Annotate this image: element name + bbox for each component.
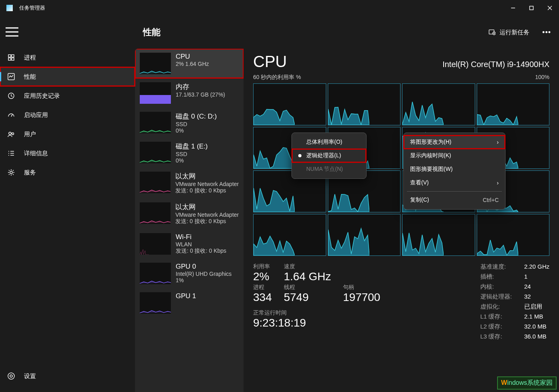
mini-3[interactable]: 磁盘 1 (E:)SSD0% (135, 138, 244, 168)
window-title: 任务管理器 (19, 4, 45, 12)
menu-item-1[interactable]: 显示内核时间(K) (404, 149, 505, 162)
submenu-item-2: NUMA 节点(N) (292, 162, 366, 176)
app-icon (6, 5, 13, 11)
svg-rect-7 (8, 55, 11, 57)
nav-label: 进程 (24, 54, 36, 61)
meta-l1-v: 2.1 MB (524, 313, 549, 321)
list-icon (7, 149, 15, 157)
menu-item-0[interactable]: 将图形更改为(H)› (404, 135, 505, 149)
speed-icon (7, 111, 15, 119)
nav-list[interactable]: 详细信息 (0, 144, 135, 163)
menu-item-3[interactable]: 查看(V)› (404, 176, 505, 190)
settings-nav[interactable]: 设置 (0, 366, 135, 386)
cpu-cell-0 (253, 83, 326, 125)
svg-point-24 (8, 373, 14, 379)
svg-rect-1 (530, 6, 533, 10)
mini-7[interactable]: GPU 0Intel(R) UHD Graphics1% (135, 259, 244, 288)
menu-item-2[interactable]: 图形摘要视图(W) (404, 162, 505, 176)
cpu-cell-14 (402, 214, 475, 256)
util-axis-label: 60 秒内的利用率 % (253, 74, 301, 81)
mini-6[interactable]: Wi-FiWLAN发送: 0 接收: 0 Kbps (135, 229, 244, 259)
run-new-task-label: 运行新任务 (500, 29, 529, 36)
svg-marker-33 (254, 147, 295, 168)
uptime-value: 9:23:18:19 (253, 317, 380, 329)
mini-8[interactable]: GPU 1 (135, 288, 244, 318)
speed-label: 速度 (284, 263, 331, 270)
hnd-label: 句柄 (343, 284, 380, 291)
meta-l2-v: 32.0 MB (524, 323, 549, 331)
cpu-cell-1 (328, 83, 401, 125)
proc-value: 334 (253, 291, 272, 304)
nav-label: 启动应用 (24, 111, 48, 119)
page-title: 性能 (143, 26, 161, 38)
speed-value: 1.64 GHz (284, 270, 331, 283)
minimize-button[interactable] (504, 0, 522, 16)
nav-label: 用户 (24, 131, 36, 138)
svg-marker-30 (328, 107, 369, 125)
meta-sock-k: 插槽: (480, 273, 524, 281)
header: 性能 运行新任务 ••• (135, 16, 559, 49)
cpu-cell-12 (253, 214, 326, 256)
nav-users[interactable]: 用户 (0, 125, 135, 144)
hnd-value: 197700 (343, 291, 380, 304)
uptime-label: 正常运行时间 (253, 309, 380, 317)
nav-label: 应用历史记录 (24, 92, 60, 100)
cpu-context-menu: 将图形更改为(H)›显示内核时间(K)图形摘要视图(W)查看(V)›复制(C)C… (403, 133, 505, 210)
cpu-model: Intel(R) Core(TM) i9-14900HX (442, 60, 549, 69)
meta-core-v: 24 (524, 283, 549, 291)
mini-5[interactable]: 以太网VMware Network Adapter发送: 0 接收: 0 Kbp… (135, 198, 244, 229)
maximize-button[interactable] (522, 0, 541, 16)
thr-label: 线程 (284, 284, 331, 291)
svg-point-14 (9, 132, 11, 135)
svg-point-22 (10, 171, 12, 174)
users-icon (7, 130, 15, 138)
nav-label: 性能 (24, 73, 36, 81)
nav-perf[interactable]: 性能 (0, 67, 135, 86)
run-new-task-button[interactable]: 运行新任务 (484, 25, 534, 40)
svg-marker-41 (254, 236, 295, 255)
close-button[interactable] (541, 0, 559, 16)
svg-rect-8 (12, 55, 14, 57)
nav-history[interactable]: 应用历史记录 (0, 86, 135, 105)
submenu-item-1[interactable]: 逻辑处理器(L) (292, 149, 366, 162)
meta-l3-v: 36.0 MB (524, 333, 549, 341)
meta-l3-k: L3 缓存: (480, 333, 524, 341)
nav-label: 详细信息 (24, 150, 48, 157)
nav-label: 服务 (24, 169, 36, 176)
graph-type-submenu: 总体利用率(O)逻辑处理器(L)NUMA 节点(N) (291, 133, 367, 179)
meta-lp-v: 32 (524, 293, 549, 301)
svg-line-13 (11, 115, 12, 117)
nav-gear[interactable]: 服务 (0, 163, 135, 182)
meta-base-v: 2.20 GHz (524, 263, 549, 271)
history-icon (7, 92, 15, 100)
mini-1[interactable]: 内存17.1/63.7 GB (27%) (135, 78, 244, 108)
meta-sock-v: 1 (524, 273, 549, 281)
nav-grid[interactable]: 进程 (0, 48, 135, 67)
meta-l2-k: L2 缓存: (480, 323, 524, 331)
meta-core-k: 内核: (480, 283, 524, 291)
mini-2[interactable]: 磁盘 0 (C: D:)SSD0% (135, 108, 244, 138)
meta-base-k: 基准速度: (480, 263, 524, 271)
util-label: 利用率 (253, 263, 272, 270)
meta-l1-k: L1 缓存: (480, 313, 524, 321)
submenu-item-0[interactable]: 总体利用率(O) (292, 135, 366, 149)
svg-point-15 (12, 133, 14, 135)
more-button[interactable]: ••• (542, 28, 551, 37)
nav-speed[interactable]: 启动应用 (0, 105, 135, 125)
watermark: Windows系统家园 (497, 376, 557, 390)
svg-marker-43 (402, 233, 444, 255)
mini-0[interactable]: CPU2% 1.64 GHz (135, 49, 244, 78)
mini-4[interactable]: 以太网VMware Network Adapter发送: 0 接收: 0 Kbp… (135, 168, 244, 198)
cpu-cell-15 (477, 214, 550, 256)
cpu-cell-13 (328, 214, 401, 256)
chevron-right-icon: › (497, 139, 499, 145)
svg-marker-29 (254, 109, 295, 125)
svg-marker-44 (477, 240, 518, 255)
gear-icon (7, 372, 15, 380)
hamburger-button[interactable] (4, 24, 20, 40)
meta-virt-v: 已启用 (524, 303, 549, 311)
check-dot-icon (298, 154, 301, 157)
meta-lp-k: 逻辑处理器: (480, 293, 524, 301)
menu-item-5[interactable]: 复制(C)Ctrl+C (404, 193, 505, 207)
svg-marker-31 (402, 102, 444, 125)
